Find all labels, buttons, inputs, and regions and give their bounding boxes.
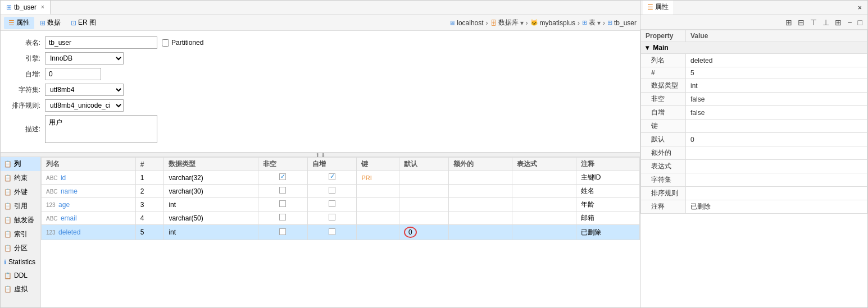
cb-autoinc bbox=[329, 187, 335, 194]
sidebar-item-foreign-keys[interactable]: 📋 外键 bbox=[1, 185, 40, 199]
sidebar-item-partitions[interactable]: 📋 分区 bbox=[1, 241, 40, 255]
cell-key bbox=[357, 212, 399, 225]
cell-key bbox=[357, 198, 399, 212]
prop-name-charset: 字符集 bbox=[641, 173, 686, 187]
tab-tb-user[interactable]: ⊞ tb_user × bbox=[1, 1, 51, 15]
checkbox-partitioned[interactable] bbox=[162, 39, 169, 47]
prop-value-colname: deleted bbox=[686, 54, 867, 67]
tab-close-icon[interactable]: × bbox=[41, 4, 44, 10]
cell-notnull bbox=[258, 212, 308, 225]
cell-name: ABC email bbox=[42, 212, 136, 225]
cell-type: varchar(30) bbox=[164, 185, 258, 198]
right-tool-btn-filter[interactable]: ⊤ bbox=[808, 17, 819, 27]
sidebar-item-ddl[interactable]: 📋 DDL bbox=[1, 269, 40, 282]
label-tablename: 表名: bbox=[10, 38, 40, 48]
col-header-name: 列名 bbox=[42, 158, 136, 171]
cell-key: PRI bbox=[357, 171, 399, 185]
cell-extra bbox=[448, 198, 512, 212]
col-header-extra: 额外的 bbox=[448, 158, 512, 171]
right-tool-btn-1[interactable]: ⊞ bbox=[784, 17, 794, 27]
tab-properties-label: 属性 bbox=[16, 18, 30, 27]
input-tablename[interactable] bbox=[45, 36, 157, 49]
cell-default bbox=[399, 185, 449, 198]
bc-database: 🗄 数据库 ▾ bbox=[490, 18, 524, 27]
form-row-tablename: 表名: Partitioned bbox=[10, 36, 631, 49]
table-row[interactable]: 123 age 3 int 年龄 bbox=[42, 198, 640, 212]
right-tab-properties[interactable]: ☰ 属性 bbox=[643, 1, 673, 15]
cell-autoinc bbox=[307, 198, 357, 212]
label-engine: 引擎: bbox=[10, 54, 40, 63]
right-tool-btn-2[interactable]: ⊟ bbox=[796, 17, 806, 27]
right-tool-btn-minimize[interactable]: − bbox=[846, 17, 853, 27]
virtual-icon: 📋 bbox=[4, 286, 12, 293]
table-row[interactable]: ABC id 1 varchar(32) PRI 主键ID bbox=[42, 171, 640, 185]
cell-comment: 邮箱 bbox=[576, 212, 639, 225]
prop-col-value: Value bbox=[686, 30, 867, 42]
ddl-icon: 📋 bbox=[4, 272, 12, 279]
sidebar-item-ddl-label: DDL bbox=[14, 272, 28, 279]
textarea-comment[interactable]: 用户 bbox=[45, 115, 157, 143]
section-main-label: Main bbox=[653, 44, 668, 52]
bc-schema: 🐱 mybatisplus bbox=[530, 19, 575, 27]
right-properties-icon: ☰ bbox=[647, 3, 653, 11]
tab-data[interactable]: ⊞ 数据 bbox=[35, 17, 65, 29]
prop-name-collation: 排序规则 bbox=[641, 187, 686, 200]
cell-notnull bbox=[258, 185, 308, 198]
section-collapse-icon[interactable]: ▾ bbox=[646, 44, 649, 52]
cell-notnull bbox=[258, 198, 308, 212]
table-row[interactable]: 123 deleted 5 int 0 bbox=[42, 225, 640, 240]
columns-grid[interactable]: 列名 # 数据类型 非空 自增 键 默认 额外的 表达式 注释 bbox=[41, 157, 640, 307]
prop-row-key: 键 bbox=[641, 119, 867, 133]
sidebar-item-virtual[interactable]: 📋 虚拟 bbox=[1, 282, 40, 296]
right-tool-btn-maximize[interactable]: □ bbox=[856, 17, 864, 27]
select-collation[interactable]: utf8mb4_unicode_ci bbox=[45, 99, 124, 112]
prop-row-datatype: 数据类型 int bbox=[641, 79, 867, 93]
sidebar-item-indexes[interactable]: 📋 引用 bbox=[1, 199, 40, 213]
triggers-icon: 📋 bbox=[4, 217, 12, 224]
cell-key bbox=[357, 225, 399, 240]
table-row[interactable]: ABC name 2 varchar(30) 姓名 bbox=[42, 185, 640, 198]
right-close-icon[interactable]: × bbox=[855, 4, 865, 12]
bc-sep-2: › bbox=[526, 19, 528, 27]
cell-num: 3 bbox=[135, 198, 164, 212]
prop-row-default: 默认 0 bbox=[641, 133, 867, 146]
input-autoinc[interactable] bbox=[45, 68, 101, 80]
label-charset: 字符集: bbox=[10, 85, 40, 95]
cb-notnull bbox=[279, 187, 286, 194]
sidebar-item-constraints[interactable]: 📋 约束 bbox=[1, 171, 40, 185]
table-row[interactable]: ABC email 4 varchar(50) 邮箱 bbox=[42, 212, 640, 225]
cell-comment: 年龄 bbox=[576, 198, 639, 212]
prop-value-extra bbox=[686, 146, 867, 160]
tab-er[interactable]: ⊡ ER 图 bbox=[66, 17, 101, 29]
bc-localhost: 🖥 localhost bbox=[449, 19, 483, 27]
col-header-default: 默认 bbox=[399, 158, 449, 171]
prop-row-collation: 排序规则 bbox=[641, 187, 867, 200]
props-section-label: ▾ Main bbox=[641, 42, 867, 54]
sidebar-nav: 📋 列 📋 约束 📋 外键 📋 引用 📋 触发器 bbox=[1, 157, 41, 307]
tab-er-label: ER 图 bbox=[78, 18, 96, 27]
prop-name-key: 键 bbox=[641, 119, 686, 133]
prop-name-expression: 表达式 bbox=[641, 160, 686, 173]
sidebar-item-statistics[interactable]: ℹ Statistics bbox=[1, 255, 40, 269]
data-icon: ⊞ bbox=[40, 19, 46, 27]
props-section-main: ▾ Main bbox=[641, 42, 867, 54]
sidebar-item-indexes2[interactable]: 📋 索引 bbox=[1, 227, 40, 241]
cell-comment: 姓名 bbox=[576, 185, 639, 198]
sidebar-item-triggers[interactable]: 📋 触发器 bbox=[1, 213, 40, 227]
right-tool-btn-3[interactable]: ⊥ bbox=[821, 17, 831, 27]
select-charset[interactable]: utf8mb4 bbox=[45, 84, 124, 96]
sidebar-item-columns[interactable]: 📋 列 bbox=[1, 157, 40, 171]
cell-comment: 主键ID bbox=[576, 171, 639, 185]
schema-icon: 🐱 bbox=[530, 19, 538, 26]
col-prefix: ABC bbox=[46, 175, 58, 181]
prop-value-datatype: int bbox=[686, 79, 867, 93]
props-header-row: Property Value bbox=[641, 30, 867, 42]
select-engine[interactable]: InnoDB bbox=[45, 52, 124, 65]
col-prefix: ABC bbox=[46, 215, 58, 222]
statistics-icon: ℹ bbox=[4, 259, 6, 266]
right-tool-btn-4[interactable]: ⊞ bbox=[833, 17, 843, 27]
sidebar-item-indexes2-label: 索引 bbox=[14, 229, 28, 239]
split-handle[interactable]: ⬆ ⬇ bbox=[1, 153, 640, 157]
tab-properties[interactable]: ☰ 属性 bbox=[4, 17, 34, 29]
prop-row-autoinc: 自增 false bbox=[641, 106, 867, 119]
